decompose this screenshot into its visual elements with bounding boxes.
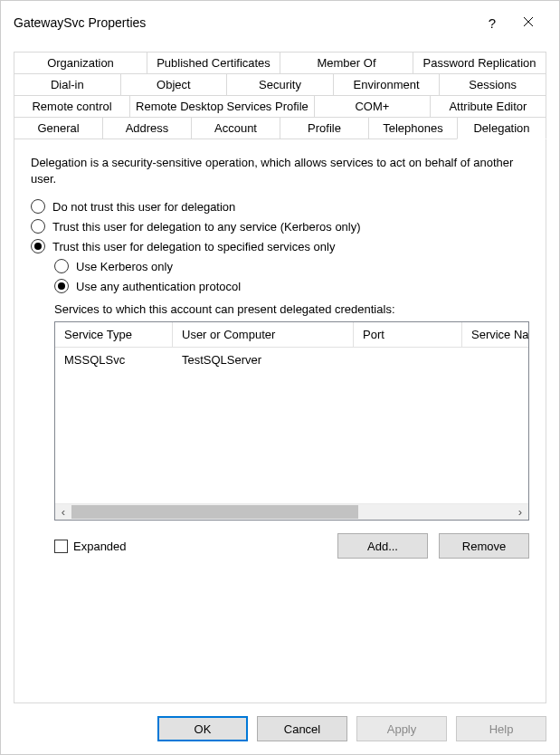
dialog-content: Organization Published Certificates Memb…	[1, 44, 559, 703]
radio-icon	[54, 279, 69, 293]
cancel-button[interactable]: Cancel	[257, 716, 347, 741]
button-label: Remove	[462, 540, 506, 553]
radio-icon	[31, 239, 45, 253]
radio-label: Do not trust this user for delegation	[52, 200, 235, 214]
button-label: Add...	[367, 540, 398, 553]
help-button[interactable]: ?	[474, 10, 510, 35]
tab-security[interactable]: Security	[226, 73, 334, 95]
delegation-description: Delegation is a security-sensitive opera…	[31, 155, 529, 186]
column-service-type[interactable]: Service Type	[55, 322, 173, 347]
tab-sessions[interactable]: Sessions	[439, 73, 546, 95]
radio-trust-specified-services[interactable]: Trust this user for delegation to specif…	[31, 239, 529, 253]
tab-published-certificates[interactable]: Published Certificates	[147, 52, 280, 73]
expanded-checkbox[interactable]: Expanded	[54, 540, 127, 553]
radio-kerberos-only[interactable]: Use Kerberos only	[54, 259, 529, 273]
radio-label: Use Kerberos only	[76, 260, 173, 273]
apply-button[interactable]: Apply	[356, 716, 447, 741]
radio-label: Use any authentication protocol	[76, 280, 241, 293]
ok-button[interactable]: OK	[157, 716, 248, 741]
table-row[interactable]: MSSQLSvc TestSQLServer	[55, 348, 528, 372]
button-label: Cancel	[284, 722, 320, 736]
help-footer-button[interactable]: Help	[456, 716, 546, 741]
cell-user-or-computer: TestSQLServer	[173, 348, 354, 372]
tab-attribute-editor[interactable]: Attribute Editor	[430, 95, 546, 117]
add-button[interactable]: Add...	[337, 533, 428, 559]
listview-body: MSSQLSvc TestSQLServer	[55, 348, 528, 503]
tab-remote-control[interactable]: Remote control	[14, 95, 130, 117]
tab-organization[interactable]: Organization	[14, 52, 147, 73]
help-icon: ?	[489, 15, 496, 31]
radio-label: Trust this user for delegation to specif…	[52, 240, 335, 253]
cell-port	[354, 348, 462, 372]
tab-remote-desktop-services-profile[interactable]: Remote Desktop Services Profile	[129, 95, 315, 117]
close-icon	[523, 16, 534, 30]
tab-strip: Organization Published Certificates Memb…	[14, 52, 546, 139]
tab-dial-in[interactable]: Dial-in	[14, 73, 121, 95]
tab-account[interactable]: Account	[191, 117, 280, 139]
radio-icon	[54, 259, 69, 273]
chevron-right-icon: ›	[518, 505, 522, 519]
close-button[interactable]	[510, 10, 546, 35]
radio-any-authentication-protocol[interactable]: Use any authentication protocol	[54, 279, 529, 293]
checkbox-icon	[54, 540, 68, 553]
radio-icon	[31, 199, 45, 214]
window-title: GatewaySvc Properties	[14, 15, 474, 30]
radio-dont-trust[interactable]: Do not trust this user for delegation	[31, 199, 529, 214]
delegation-panel: Delegation is a security-sensitive opera…	[14, 139, 546, 703]
tab-general[interactable]: General	[14, 117, 103, 139]
services-listview[interactable]: Service Type User or Computer Port Servi…	[54, 321, 529, 521]
dialog-footer: OK Cancel Apply Help	[1, 703, 559, 754]
column-user-or-computer[interactable]: User or Computer	[173, 322, 354, 347]
scrollbar-thumb[interactable]	[71, 505, 358, 519]
scroll-left-button[interactable]: ‹	[55, 504, 71, 520]
cell-service-type: MSSQLSvc	[55, 348, 173, 372]
tab-object[interactable]: Object	[120, 73, 228, 95]
services-list-label: Services to which this account can prese…	[54, 302, 529, 316]
tab-delegation[interactable]: Delegation	[457, 117, 546, 139]
radio-label: Trust this user for delegation to any se…	[52, 220, 361, 234]
scroll-right-button[interactable]: ›	[512, 504, 528, 520]
column-service-name[interactable]: Service Na	[462, 322, 528, 347]
tab-address[interactable]: Address	[102, 117, 192, 139]
cell-service-name	[462, 348, 528, 372]
tab-environment[interactable]: Environment	[333, 73, 441, 95]
tab-password-replication[interactable]: Password Replication	[413, 52, 546, 73]
listview-header: Service Type User or Computer Port Servi…	[55, 322, 528, 348]
button-label: OK	[195, 722, 212, 736]
radio-icon	[31, 219, 45, 234]
scrollbar-track[interactable]	[71, 504, 512, 520]
button-label: Help	[489, 722, 514, 736]
button-label: Apply	[387, 722, 417, 736]
checkbox-label: Expanded	[73, 540, 127, 553]
tab-telephones[interactable]: Telephones	[368, 117, 458, 139]
chevron-left-icon: ‹	[62, 505, 65, 519]
horizontal-scrollbar[interactable]: ‹ ›	[55, 503, 528, 520]
tab-member-of[interactable]: Member Of	[280, 52, 413, 73]
remove-button[interactable]: Remove	[439, 533, 529, 559]
tab-profile[interactable]: Profile	[280, 117, 369, 139]
column-port[interactable]: Port	[354, 322, 462, 347]
tab-com-plus[interactable]: COM+	[314, 95, 431, 117]
titlebar: GatewaySvc Properties ?	[1, 1, 559, 44]
properties-dialog: GatewaySvc Properties ? Organization Pub…	[0, 0, 560, 755]
radio-trust-any-service[interactable]: Trust this user for delegation to any se…	[31, 219, 529, 234]
